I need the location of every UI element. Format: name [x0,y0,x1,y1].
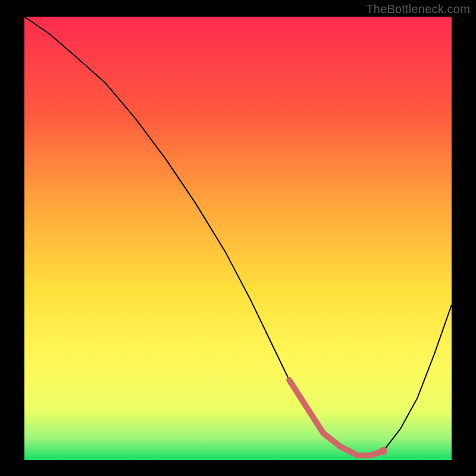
chart-frame: TheBottleneck.com [0,0,476,476]
optimal-end-dot [379,447,387,455]
gradient-background [24,17,452,460]
watermark-text: TheBottleneck.com [366,2,470,16]
bottleneck-chart [24,17,452,460]
